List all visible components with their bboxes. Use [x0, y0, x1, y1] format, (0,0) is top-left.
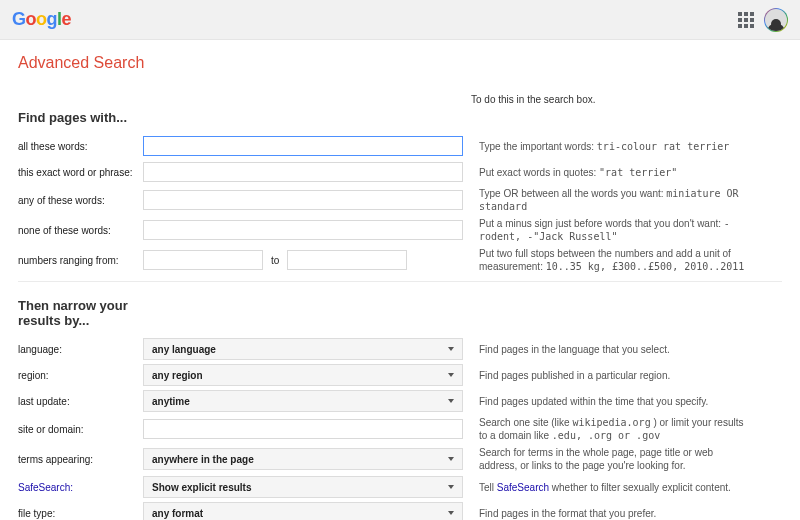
tip-safesearch: Tell SafeSearch whether to filter sexual… — [471, 481, 731, 494]
label-safesearch[interactable]: SafeSearch: — [18, 482, 135, 493]
chevron-down-icon — [448, 511, 454, 515]
region-dropdown[interactable]: any region — [143, 364, 463, 386]
chevron-down-icon — [448, 457, 454, 461]
chevron-down-icon — [448, 399, 454, 403]
header-bar: Google — [0, 0, 800, 40]
numbers-from-input[interactable] — [143, 250, 263, 270]
label-region: region: — [18, 370, 135, 381]
label-any: any of these words: — [18, 195, 135, 206]
label-terms: terms appearing: — [18, 454, 135, 465]
divider — [18, 281, 782, 282]
numbers-to-input[interactable] — [287, 250, 407, 270]
last-update-dropdown[interactable]: anytime — [143, 390, 463, 412]
label-all-words: all these words: — [18, 141, 135, 152]
chevron-down-icon — [448, 485, 454, 489]
filetype-dropdown[interactable]: any format — [143, 502, 463, 520]
safesearch-dropdown[interactable]: Show explicit results — [143, 476, 463, 498]
any-words-input[interactable] — [143, 190, 463, 210]
apps-grid-icon[interactable] — [738, 12, 754, 28]
tip-filetype: Find pages in the format that you prefer… — [471, 507, 656, 520]
all-words-input[interactable] — [143, 136, 463, 156]
label-numbers: numbers ranging from: — [18, 255, 135, 266]
tip-none: Put a minus sign just before words that … — [471, 217, 751, 243]
site-domain-input[interactable] — [143, 419, 463, 439]
google-logo[interactable]: Google — [12, 9, 71, 30]
chevron-down-icon — [448, 347, 454, 351]
tip-all-words: Type the important words: tri-colour rat… — [471, 140, 729, 153]
tip-last-update: Find pages updated within the time that … — [471, 395, 708, 408]
language-dropdown[interactable]: any language — [143, 338, 463, 360]
exact-phrase-input[interactable] — [143, 162, 463, 182]
label-last-update: last update: — [18, 396, 135, 407]
label-filetype: file type: — [18, 508, 135, 519]
tip-terms: Search for terms in the whole page, page… — [471, 446, 751, 472]
tip-numbers: Put two full stops between the numbers a… — [471, 247, 751, 273]
tip-site: Search one site (like wikipedia.org ) or… — [471, 416, 751, 442]
none-words-input[interactable] — [143, 220, 463, 240]
chevron-down-icon — [448, 373, 454, 377]
terms-appearing-dropdown[interactable]: anywhere in the page — [143, 448, 463, 470]
label-site: site or domain: — [18, 424, 135, 435]
label-exact: this exact word or phrase: — [18, 167, 135, 178]
label-none: none of these words: — [18, 225, 135, 236]
section-find-heading: Find pages with... — [18, 110, 463, 125]
tip-exact: Put exact words in quotes: "rat terrier" — [471, 166, 677, 179]
account-avatar[interactable] — [764, 8, 788, 32]
tip-region: Find pages published in a particular reg… — [471, 369, 670, 382]
numbers-to-label: to — [271, 255, 279, 266]
safesearch-link[interactable]: SafeSearch — [497, 482, 549, 493]
tip-column-heading: To do this in the search box. — [463, 94, 596, 125]
section-narrow-heading: Then narrow your results by... — [18, 298, 138, 328]
tip-any: Type OR between all the words you want: … — [471, 187, 751, 213]
page-title: Advanced Search — [0, 40, 800, 86]
tip-language: Find pages in the language that you sele… — [471, 343, 670, 356]
label-language: language: — [18, 344, 135, 355]
